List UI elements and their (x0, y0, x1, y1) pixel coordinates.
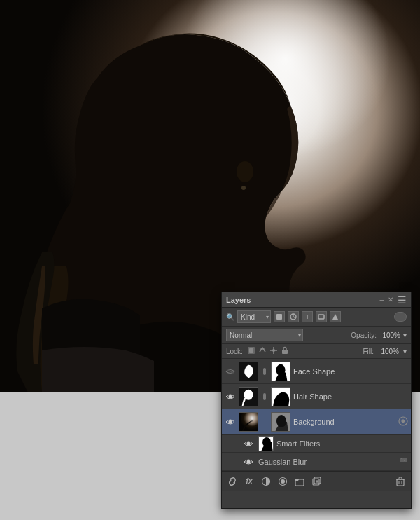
adjustment-filter-button[interactable] (288, 311, 299, 322)
sublayer-gaussian-blur[interactable]: Gaussian Blur (222, 453, 411, 471)
eye-background[interactable] (225, 416, 236, 427)
svg-point-25 (276, 415, 286, 427)
opacity-arrow[interactable]: ▾ (403, 331, 407, 339)
eye-smart-filters[interactable] (243, 438, 254, 449)
smart-filter-button[interactable] (330, 311, 341, 322)
layer-thumb-hair-shape-1 (239, 387, 258, 406)
link-layers-button[interactable] (226, 475, 239, 488)
layer-thumb-hair-shape-2 (271, 387, 290, 406)
filter-toggle[interactable] (394, 312, 407, 322)
fill-arrow[interactable]: ▾ (403, 348, 407, 355)
link-face-shape[interactable] (261, 362, 268, 381)
fill-label: Fill: (363, 348, 374, 355)
link-hair-shape[interactable] (261, 387, 268, 406)
svg-point-37 (281, 479, 285, 484)
layers-panel: Layers – ✕ ☰ 🔍 Kind Name Effect Mode Att… (221, 292, 412, 509)
svg-marker-7 (332, 314, 338, 320)
search-icon: 🔍 (226, 313, 234, 321)
close-button[interactable]: ✕ (388, 296, 393, 303)
svg-rect-11 (282, 350, 288, 354)
pixel-filter-button[interactable] (274, 311, 285, 322)
sublayer-smart-filters[interactable]: Smart Filters (222, 435, 411, 453)
new-fill-layer-button[interactable] (260, 475, 272, 488)
svg-rect-9 (249, 348, 253, 353)
eye-hair-shape[interactable] (225, 391, 236, 402)
svg-point-10 (272, 349, 275, 352)
layer-hair-shape[interactable]: Hair Shape (222, 384, 411, 409)
svg-point-2 (237, 161, 253, 182)
lock-position-button[interactable] (270, 346, 278, 356)
svg-point-30 (247, 460, 251, 463)
layer-name-background: Background (293, 418, 396, 426)
sublayer-name-smart-filters: Smart Filters (276, 439, 320, 448)
layer-fx-button[interactable]: fx (243, 475, 255, 488)
panel-controls: – ✕ ☰ (379, 294, 407, 306)
svg-rect-6 (318, 315, 324, 319)
eye-face-shape[interactable] (225, 366, 236, 377)
layer-name-face-shape: Face Shape (293, 367, 408, 376)
lock-image-button[interactable] (258, 346, 267, 356)
panel-toolbar: fx (222, 471, 411, 491)
minimize-button[interactable]: – (379, 296, 384, 303)
layer-thumb-background-2 (271, 412, 290, 432)
svg-point-29 (262, 437, 271, 447)
panel-menu-button[interactable]: ☰ (398, 294, 407, 306)
blend-opacity-row: Normal Dissolve Multiply Screen Overlay … (222, 327, 411, 344)
svg-rect-14 (263, 368, 266, 375)
svg-rect-20 (263, 393, 266, 400)
kind-select[interactable]: Kind Name Effect Mode Attribute Color (237, 310, 271, 323)
svg-point-16 (276, 364, 286, 376)
layer-thumb-face-shape-2 (271, 362, 290, 381)
eye-gaussian-blur[interactable] (243, 456, 254, 467)
new-group-button[interactable] (293, 475, 306, 488)
svg-point-19 (244, 389, 253, 399)
sublayer-options-icon[interactable] (398, 456, 408, 467)
svg-rect-43 (397, 479, 404, 486)
filter-row: 🔍 Kind Name Effect Mode Attribute Color … (222, 308, 411, 327)
layer-background[interactable]: Background (222, 409, 411, 435)
lock-pixels-button[interactable] (247, 346, 255, 356)
layer-thumb-background-1 (239, 412, 258, 432)
lock-label: Lock: (226, 348, 243, 355)
opacity-value: 100% (379, 331, 400, 339)
type-filter-button[interactable]: T (302, 311, 313, 322)
svg-point-17 (229, 395, 232, 398)
opacity-label: Opacity: (351, 331, 377, 339)
new-layer-button[interactable] (310, 475, 323, 488)
layers-list: Face Shape (222, 359, 411, 471)
svg-point-22 (229, 420, 232, 423)
layer-smart-object-icon (398, 416, 408, 427)
shape-filter-button[interactable] (316, 311, 327, 322)
layer-thumb-face-shape-1 (239, 362, 258, 381)
panel-titlebar: Layers – ✕ ☰ (222, 292, 411, 308)
blend-mode-wrapper: Normal Dissolve Multiply Screen Overlay … (226, 329, 303, 341)
panel-title: Layers (226, 296, 251, 304)
sublayer-name-gaussian-blur: Gaussian Blur (258, 458, 307, 466)
layer-face-shape[interactable]: Face Shape (222, 359, 411, 384)
new-adjustment-button[interactable] (276, 475, 289, 488)
delete-layer-button[interactable] (394, 475, 407, 488)
blend-mode-select[interactable]: Normal Dissolve Multiply Screen Overlay … (226, 329, 303, 341)
lock-row: Lock: (222, 344, 411, 359)
svg-rect-4 (276, 314, 282, 320)
kind-select-wrapper: Kind Name Effect Mode Attribute Color ▾ (237, 310, 271, 323)
svg-point-27 (247, 442, 251, 445)
lock-all-button[interactable] (281, 346, 289, 356)
fill-value: 100% (378, 348, 399, 355)
lock-icons-group (247, 346, 289, 356)
layer-name-hair-shape: Hair Shape (293, 392, 408, 401)
svg-point-3 (241, 186, 246, 190)
sublayer-thumb-smart-filters (258, 436, 274, 451)
